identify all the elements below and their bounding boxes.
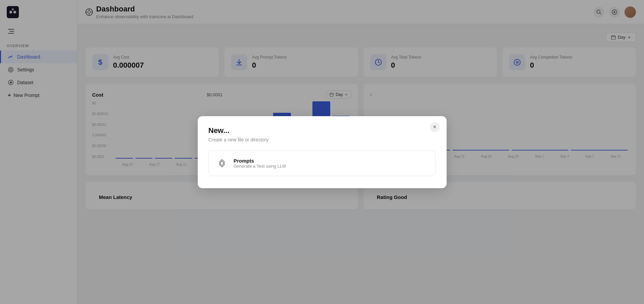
prompts-option-icon [216,157,228,170]
prompts-option-text: Prompts Generate a Text using LLM [234,158,286,169]
modal-prompts-option[interactable]: Prompts Generate a Text using LLM [209,150,436,176]
modal-close-button[interactable]: × [430,122,440,132]
svg-marker-30 [221,161,223,166]
new-modal: New... Create a new file or directory × … [198,116,447,188]
prompts-option-desc: Generate a Text using LLM [234,164,286,169]
prompts-option-title: Prompts [234,158,286,164]
modal-overlay[interactable]: New... Create a new file or directory × … [0,0,644,304]
modal-subtitle: Create a new file or directory [209,137,436,142]
modal-title: New... [209,126,436,135]
